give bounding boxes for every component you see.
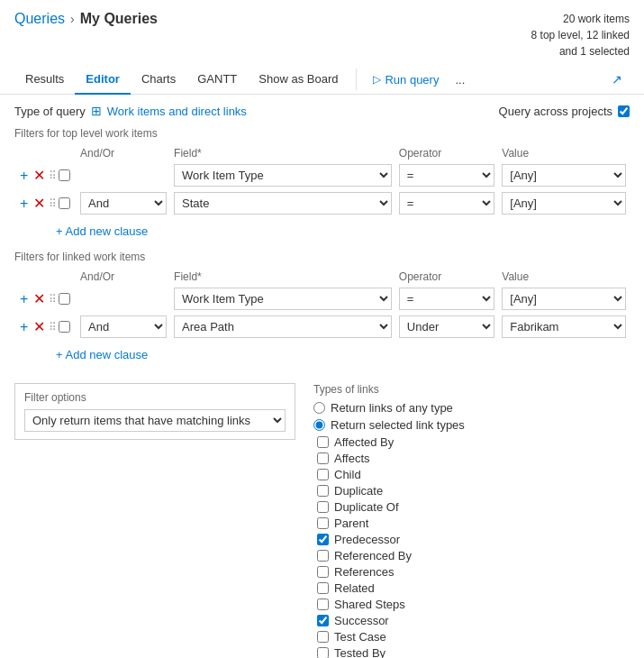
value-select[interactable]: [Any] [502, 288, 626, 310]
col-header-field-top: Field* [170, 145, 395, 161]
drag-handle-icon[interactable]: ⠿ [49, 293, 57, 306]
list-item: References [317, 565, 465, 579]
value-select[interactable]: [Any] Bug Task [502, 164, 626, 187]
query-across-label: Query across projects [499, 105, 612, 118]
col-header-operator-top: Operator [395, 145, 498, 161]
link-type-shared-steps-checkbox[interactable] [317, 599, 329, 610]
field-select[interactable]: Area Path Work Item Type State [174, 315, 392, 338]
breadcrumb-separator: › [70, 12, 75, 26]
col-header-operator-linked: Operator [395, 269, 498, 285]
link-type-child-label: Child [334, 468, 361, 481]
link-type-references-checkbox[interactable] [317, 566, 329, 578]
remove-row-button[interactable]: ✕ [32, 195, 47, 212]
more-options-button[interactable]: ... [448, 69, 472, 91]
radio-any-type-input[interactable] [313, 402, 325, 414]
list-item: Child [317, 468, 465, 481]
filter-options-title: Filter options [24, 391, 286, 404]
andor-select[interactable]: And Or [80, 315, 167, 338]
field-select[interactable]: Work Item Type State Area Path [174, 288, 392, 310]
link-type-related-checkbox[interactable] [317, 582, 329, 594]
col-header-field-linked: Field* [170, 269, 395, 285]
row-checkbox[interactable] [59, 169, 70, 181]
field-cell: Work Item Type State Area Path [170, 161, 395, 189]
link-type-referenced-by-checkbox[interactable] [317, 550, 329, 562]
andor-select[interactable]: And Or [80, 192, 167, 215]
link-type-predecessor-checkbox[interactable] [317, 534, 329, 545]
link-type-successor-checkbox[interactable] [317, 615, 329, 626]
add-row-button[interactable]: + [18, 168, 30, 184]
link-type-successor-label: Successor [334, 614, 389, 627]
table-row: + ✕ ⠿ And Or State Work Item Type [14, 189, 630, 217]
filter-options-box: Filter options Only return items that ha… [14, 383, 295, 440]
query-type-value[interactable]: Work items and direct links [107, 105, 247, 118]
field-select[interactable]: State Work Item Type Area Path [174, 192, 392, 215]
row-checkbox[interactable] [59, 321, 70, 333]
operator-select[interactable]: Under = != [399, 315, 494, 338]
value-select[interactable]: [Any] Active Closed [502, 192, 626, 215]
tab-gantt[interactable]: GANTT [186, 65, 248, 95]
add-clause-top-button[interactable]: + Add new clause [14, 221, 148, 242]
link-type-references-label: References [334, 565, 394, 579]
list-item: Successor [317, 614, 465, 627]
breadcrumb-queries-link[interactable]: Queries [14, 11, 65, 27]
add-row-button[interactable]: + [18, 196, 30, 212]
operator-select[interactable]: = != [399, 192, 494, 215]
bottom-section: Filter options Only return items that ha… [14, 374, 630, 658]
remove-row-button[interactable]: ✕ [32, 318, 47, 335]
row-checkbox[interactable] [59, 197, 70, 209]
field-select[interactable]: Work Item Type State Area Path [174, 164, 392, 187]
linked-filter-table: And/Or Field* Operator Value + ✕ ⠿ [14, 269, 630, 341]
link-type-duplicate-checkbox[interactable] [317, 485, 329, 497]
field-cell: Work Item Type State Area Path [170, 285, 395, 313]
radio-selected-types: Return selected link types [313, 418, 465, 432]
tab-results[interactable]: Results [14, 65, 75, 95]
drag-handle-icon[interactable]: ⠿ [49, 197, 57, 210]
operator-select[interactable]: = != Under [399, 164, 494, 187]
add-row-button[interactable]: + [18, 319, 30, 335]
drag-handle-icon[interactable]: ⠿ [49, 321, 57, 334]
value-cell: [Any] [498, 285, 630, 313]
link-type-parent-checkbox[interactable] [317, 517, 329, 529]
expand-button[interactable]: ↗ [604, 68, 630, 91]
linked-section-label: Filters for linked work items [14, 251, 630, 263]
add-clause-linked-button[interactable]: + Add new clause [14, 344, 148, 365]
value-cell: [Any] Active Closed [498, 189, 630, 217]
tab-show-as-board[interactable]: Show as Board [248, 65, 349, 95]
query-type-label: Type of query ⊞ Work items and direct li… [14, 104, 247, 118]
drag-handle-icon[interactable]: ⠿ [49, 169, 57, 182]
row-actions: + ✕ ⠿ [14, 161, 77, 189]
run-query-button[interactable]: ▷ Run query [364, 69, 448, 91]
query-type-text: Type of query [14, 105, 86, 118]
link-type-test-case-checkbox[interactable] [317, 631, 329, 643]
top-level-filter-table: And/Or Field* Operator Value + ✕ ⠿ [14, 145, 630, 217]
col-header-actions [14, 145, 77, 161]
operator-cell: = != Under [395, 161, 498, 189]
link-type-affected-by-checkbox[interactable] [317, 436, 329, 448]
operator-cell: = != [395, 285, 498, 313]
operator-select[interactable]: = != [399, 288, 494, 310]
link-type-child-checkbox[interactable] [317, 469, 329, 480]
radio-selected-types-input[interactable] [313, 419, 325, 431]
tab-editor[interactable]: Editor [75, 65, 131, 95]
remove-row-button[interactable]: ✕ [32, 167, 47, 184]
tab-charts[interactable]: Charts [131, 65, 186, 95]
filter-options-select[interactable]: Only return items that have matching lin… [24, 409, 286, 432]
row-checkbox[interactable] [59, 293, 70, 305]
link-type-tested-by-checkbox[interactable] [317, 647, 329, 658]
link-type-affects-checkbox[interactable] [317, 452, 329, 464]
link-type-parent-label: Parent [334, 516, 368, 530]
col-header-andor-top: And/Or [77, 145, 170, 161]
nav-bar: Results Editor Charts GANTT Show as Boar… [0, 65, 644, 95]
list-item: Test Case [317, 630, 465, 644]
value-select[interactable]: Fabrikam [Any] [502, 315, 626, 338]
list-item: Predecessor [317, 533, 465, 546]
link-type-duplicate-of-checkbox[interactable] [317, 501, 329, 513]
remove-row-button[interactable]: ✕ [32, 290, 47, 307]
radio-any-type: Return links of any type [313, 401, 465, 415]
add-row-button[interactable]: + [18, 291, 30, 307]
table-row: + ✕ ⠿ Work Item Type State Area Path [14, 161, 630, 189]
query-across-checkbox[interactable] [618, 105, 630, 117]
col-header-andor-linked: And/Or [77, 269, 170, 285]
row-actions: + ✕ ⠿ [14, 285, 77, 313]
nav-divider [356, 69, 357, 90]
